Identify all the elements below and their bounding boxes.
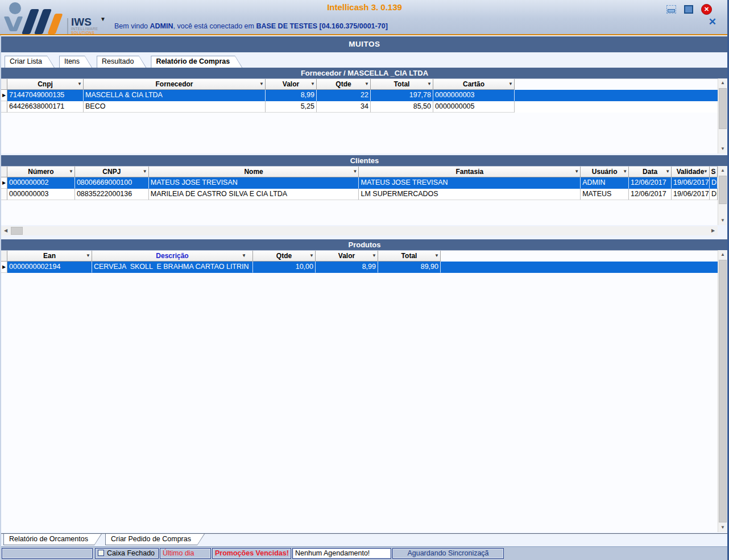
column-dropdown-icon[interactable]: ▼: [434, 253, 439, 258]
column-header-cnpj[interactable]: CNPJ▼: [75, 167, 149, 177]
logo-slash-shape: [47, 14, 63, 34]
tab-criar-lista[interactable]: Criar Lista: [5, 56, 55, 68]
tab-itens[interactable]: Itens: [59, 56, 92, 68]
column-header-total[interactable]: Total▼: [371, 79, 433, 90]
column-header-fantasia[interactable]: Fantasia▼: [359, 167, 581, 177]
column-header-qtde[interactable]: Qtde▼: [317, 79, 371, 90]
column-dropdown-icon[interactable]: ▼: [427, 81, 432, 86]
tab-label: Resultado: [102, 57, 134, 65]
cell-usuario: MATEUS: [581, 189, 629, 200]
minimize-icon[interactable]: [666, 5, 676, 14]
column-dropdown-icon[interactable]: ▼: [242, 253, 246, 258]
cell-fornecedor: BECO: [84, 101, 266, 113]
table-row[interactable]: 64426638000171 BECO 5,25 34 85,50 000000…: [1, 101, 718, 113]
clientes-hscrollbar[interactable]: ◀ ▶: [1, 226, 718, 235]
column-header-fornecedor[interactable]: Fornecedor▼: [84, 79, 266, 90]
column-header-valor[interactable]: Valor▼: [316, 251, 378, 262]
column-dropdown-icon[interactable]: ▼: [259, 81, 264, 86]
close-icon[interactable]: ✕: [701, 4, 712, 15]
column-dropdown-icon[interactable]: ▼: [372, 253, 376, 258]
scroll-thumb[interactable]: [11, 227, 23, 235]
welcome-message: Bem vindo ADMIN, você está conectado em …: [114, 22, 388, 30]
column-header-s[interactable]: S: [710, 167, 718, 177]
scroll-thumb[interactable]: [719, 88, 727, 129]
column-dropdown-icon[interactable]: ▼: [310, 81, 315, 86]
column-dropdown-icon[interactable]: ▼: [86, 253, 90, 258]
column-header-usuario[interactable]: Usuário▼: [581, 167, 629, 177]
column-dropdown-icon[interactable]: ▼: [309, 253, 314, 258]
scroll-up-icon[interactable]: ▲: [718, 166, 727, 175]
column-dropdown-icon[interactable]: ▼: [623, 169, 627, 174]
column-dropdown-icon[interactable]: ▼: [574, 169, 579, 174]
column-label: Data: [643, 168, 657, 176]
scroll-up-icon[interactable]: ▲: [718, 250, 727, 259]
maximize-icon[interactable]: [684, 5, 693, 14]
column-header-valor[interactable]: Valor▼: [266, 79, 317, 90]
produtos-vscrollbar[interactable]: ▲ ▼: [718, 250, 727, 532]
column-dropdown-icon[interactable]: ▼: [508, 81, 513, 86]
table-row[interactable]: 0000000003 08835222000136 MARILEIA DE CA…: [1, 189, 718, 200]
scroll-thumb[interactable]: [719, 176, 727, 204]
cell-valor: 8,99: [266, 90, 317, 101]
cell-validade: 19/06/2017: [672, 177, 710, 189]
scroll-right-icon[interactable]: ▶: [709, 226, 718, 235]
column-header-nome[interactable]: Nome▼: [149, 167, 359, 177]
clientes-vscrollbar[interactable]: ▲ ▼: [718, 166, 727, 225]
cell-s: DI: [710, 189, 718, 200]
scroll-left-icon[interactable]: ◀: [1, 226, 10, 235]
table-row[interactable]: ▶ 0000000002194 CERVEJA SKOLL E BRAHMA C…: [1, 262, 718, 273]
cell-cnpj: 71447049000135: [7, 90, 84, 101]
logo-line-intelliware: INTELLIWARE: [71, 27, 98, 31]
agendamento-label: Nenhum Agendamento!: [295, 549, 370, 557]
table-row[interactable]: ▶ 71447049000135 MASCELLA & CIA LTDA 8,9…: [1, 90, 718, 101]
produtos-header-row: Ean▼ Descrição↑▼ Qtde▼ Valor▼ Total▼: [1, 251, 718, 262]
cell-total: 89,90: [378, 262, 441, 273]
tab-label: Relatório de Orcamentos: [9, 535, 88, 543]
scroll-down-icon[interactable]: ▼: [718, 523, 727, 532]
column-header-ean[interactable]: Ean▼: [7, 251, 92, 262]
tab-resultado[interactable]: Resultado: [97, 56, 146, 68]
column-dropdown-icon[interactable]: ▼: [364, 81, 369, 86]
column-dropdown-icon[interactable]: ▼: [703, 169, 708, 174]
column-dropdown-icon[interactable]: ▼: [143, 169, 147, 174]
column-dropdown-icon[interactable]: ▼: [353, 169, 358, 174]
clientes-grid: Número▼ CNPJ▼ Nome▼ Fantasia▼ Usuário▼ D…: [1, 166, 718, 225]
tab-relatorio-de-orcamentos[interactable]: Relatório de Orcamentos: [3, 534, 102, 545]
logo-acronym: IWS: [71, 17, 98, 27]
scroll-down-icon[interactable]: ▼: [718, 216, 727, 225]
column-header-total[interactable]: Total▼: [378, 251, 441, 262]
tab-relatorio-de-compras[interactable]: Relatório de Compras: [151, 56, 242, 68]
logo-v-shape: [12, 16, 23, 31]
fornecedor-section-title: Fornecedor / MASCELLA _CIA LTDA: [1, 68, 728, 78]
banner-title: MUITOS: [0, 36, 729, 52]
table-row[interactable]: ▶ 0000000002 08006669000100 MATEUS JOSE …: [1, 177, 718, 189]
column-dropdown-icon[interactable]: ▼: [69, 169, 73, 174]
cell-cnpj: 64426638000171: [7, 101, 84, 113]
cell-s: DI: [710, 177, 718, 189]
column-dropdown-icon[interactable]: ▼: [77, 81, 82, 86]
column-header-cnpj[interactable]: Cnpj▼: [7, 79, 84, 90]
caixa-fechado-checkbox[interactable]: [98, 550, 104, 556]
form-close-icon[interactable]: ✕: [709, 16, 716, 28]
column-header-cartao[interactable]: Cartão▼: [433, 79, 515, 90]
column-header-data[interactable]: Data▼: [629, 167, 672, 177]
logo-dropdown-icon[interactable]: ▼: [100, 16, 106, 22]
current-row-icon: ▶: [1, 177, 7, 189]
welcome-prefix: Bem vindo: [114, 22, 150, 30]
column-header-validade[interactable]: Validade▼: [672, 167, 710, 177]
column-dropdown-icon[interactable]: ▼: [665, 169, 670, 174]
column-header-qtde[interactable]: Qtde▼: [253, 251, 316, 262]
scroll-up-icon[interactable]: ▲: [718, 78, 727, 88]
scroll-thumb[interactable]: [719, 260, 727, 522]
cell-numero: 0000000003: [7, 189, 75, 200]
titlebar: IWS INTELLIWARE SOLUTIONS ▼ Intellicash …: [0, 0, 729, 35]
scroll-down-icon[interactable]: ▼: [718, 144, 727, 154]
app-window: IWS INTELLIWARE SOLUTIONS ▼ Intellicash …: [0, 0, 729, 560]
column-header-descricao[interactable]: Descrição↑▼: [92, 251, 253, 262]
column-header-numero[interactable]: Número▼: [7, 167, 75, 177]
row-selector-header: [1, 167, 7, 177]
logo-wordmark: IWS INTELLIWARE SOLUTIONS: [71, 17, 98, 35]
tab-criar-pedido-de-compras[interactable]: Criar Pedido de Compras: [105, 534, 205, 545]
fornecedor-vscrollbar[interactable]: ▲ ▼: [718, 78, 727, 154]
tab-label: Relatório de Compras: [156, 57, 230, 65]
